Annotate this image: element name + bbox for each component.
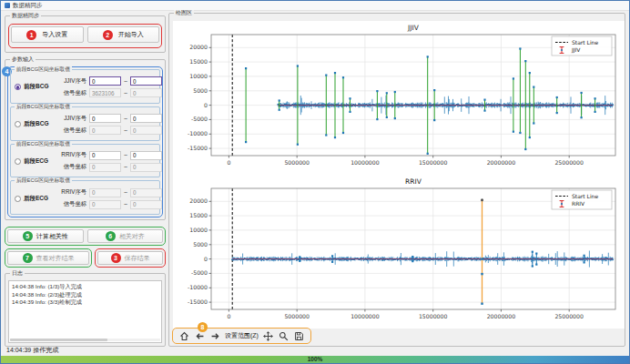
svg-text:5000: 5000: [193, 87, 208, 94]
rear-ecg-section: 后段ECG区间坐标取值 后段ECG RRIV序号 ~: [10, 180, 160, 215]
log-entry: 14:04:38 Info: (2/3)处理完成: [9, 291, 161, 299]
home-icon[interactable]: [178, 330, 189, 341]
sync-group-title: 数据精同步: [10, 13, 41, 19]
log-entry: 14:04:38 Info: (1/3)导入完成: [9, 283, 161, 291]
rear-ecg-section-title: 后段ECG区间坐标取值: [15, 177, 72, 184]
jjiv-chart[interactable]: -15000-10000-500005000100001500020000050…: [173, 21, 625, 175]
rear-ecg-rriv-end-input[interactable]: [130, 188, 162, 197]
front-ecg-rriv-start-input[interactable]: [89, 151, 121, 160]
rear-ecg-rriv-start-input[interactable]: [89, 188, 121, 197]
svg-text:0: 0: [204, 256, 208, 262]
svg-text:5000000: 5000000: [284, 159, 310, 166]
log-groupbox: 日志 14:04:38 Info: (1/3)导入完成 14:04:38 Inf…: [5, 273, 166, 347]
svg-text:Start Line: Start Line: [572, 193, 598, 199]
save-result-button[interactable]: 3 保存结果: [97, 251, 163, 265]
svg-text:RRIV: RRIV: [572, 200, 585, 207]
rear-bcg-section-title: 后段BCG区间坐标取值: [15, 104, 72, 110]
save-result-label: 保存结果: [125, 254, 150, 263]
svg-text:10000000: 10000000: [351, 159, 380, 166]
front-bcg-radio[interactable]: 前段BCG: [15, 83, 55, 91]
tilde-separator: ~: [124, 78, 127, 85]
log-textarea[interactable]: 14:04:38 Info: (1/3)导入完成 14:04:38 Info: …: [8, 280, 162, 343]
front-ecg-signal-start-input[interactable]: [89, 163, 121, 172]
rriv-chart[interactable]: -15000-10000-500005000100001500020000050…: [173, 175, 625, 329]
pan-icon[interactable]: [263, 330, 274, 341]
jjiv-index-label: JJIV序号: [57, 115, 86, 123]
import-settings-button[interactable]: 1 导入设置: [11, 26, 84, 43]
front-ecg-rriv-end-input[interactable]: [130, 151, 162, 160]
rear-bcg-signal-end-input[interactable]: [130, 126, 162, 135]
rear-bcg-signal-start-input[interactable]: [89, 126, 121, 135]
step-6-badge: 6: [106, 231, 116, 241]
svg-text:-10000: -10000: [188, 284, 208, 290]
rear-ecg-signal-end-input[interactable]: [130, 200, 162, 209]
radio-dot-icon[interactable]: [15, 158, 21, 165]
zoom-icon[interactable]: [279, 330, 290, 341]
start-import-button[interactable]: 2 开始导入: [87, 26, 160, 43]
tilde-separator: ~: [124, 127, 127, 134]
correlation-align-button[interactable]: 6 相关对齐: [87, 229, 164, 243]
save-annotation-box: 3 保存结果: [95, 248, 166, 268]
rriv-index-label: RRIV序号: [57, 151, 86, 159]
step-7-badge: 7: [23, 253, 33, 263]
front-ecg-signal-end-input[interactable]: [130, 163, 162, 172]
params-groupbox: 参数输入 4 前段BCG区间坐标取值 前段BCG JJIV序号: [5, 59, 166, 220]
svg-text:15000000: 15000000: [419, 313, 448, 319]
svg-text:10000000: 10000000: [351, 313, 380, 319]
svg-text:15000: 15000: [189, 212, 208, 218]
rear-bcg-jjiv-start-input[interactable]: [89, 114, 121, 123]
svg-text:0: 0: [204, 102, 208, 108]
front-bcg-jjiv-end-input[interactable]: [130, 76, 162, 86]
front-ecg-section-title: 前段ECG区间坐标取值: [15, 141, 72, 147]
front-ecg-radio[interactable]: 前段ECG: [15, 157, 55, 166]
svg-text:0: 0: [227, 313, 230, 319]
title-bar: 数据精同步: [1, 1, 629, 11]
svg-text:-15000: -15000: [188, 298, 208, 305]
figure-canvas[interactable]: -15000-10000-500005000100001500020000050…: [173, 21, 621, 324]
front-ecg-section: 前段ECG区间坐标取值 前段ECG RRIV序号 ~: [10, 144, 160, 178]
params-annotation-box: 4 前段BCG区间坐标取值 前段BCG JJIV序号 ~: [7, 66, 163, 217]
tilde-separator: ~: [124, 90, 127, 96]
status-text: 14:04:39 操作完成: [6, 346, 58, 355]
tilde-separator: ~: [124, 152, 127, 158]
svg-text:5000: 5000: [193, 241, 208, 248]
signal-coord-label: 信号坐标: [57, 126, 86, 135]
start-import-label: 开始导入: [118, 30, 144, 39]
radio-dot-icon[interactable]: [15, 196, 21, 202]
log-horizontal-scrollbar[interactable]: [10, 339, 160, 341]
front-bcg-signal-start-input[interactable]: [89, 88, 121, 97]
svg-text:10000: 10000: [189, 227, 208, 233]
tilde-separator: ~: [124, 201, 127, 207]
plot-area-title: 绘图区: [174, 10, 194, 16]
calc-correlation-button[interactable]: 5 计算相关性: [7, 229, 84, 243]
signal-coord-label: 信号坐标: [57, 163, 86, 171]
params-group-title: 参数输入: [10, 56, 36, 63]
svg-text:20000: 20000: [189, 44, 208, 50]
front-bcg-jjiv-start-input[interactable]: [89, 76, 121, 86]
log-entry: 14:04:39 Info: (3/3)绘制完成: [9, 298, 161, 307]
tilde-separator: ~: [124, 164, 127, 170]
set-range-button[interactable]: 设置范围(Z): [225, 331, 259, 340]
svg-text:JJIV: JJIV: [407, 24, 420, 32]
step-2-badge: 2: [103, 30, 113, 40]
front-bcg-section: 前段BCG区间坐标取值 前段BCG JJIV序号 ~: [10, 69, 160, 104]
radio-dot-icon[interactable]: [15, 121, 21, 127]
radio-dot-icon[interactable]: [15, 84, 21, 90]
sync-groupbox: 数据精同步 1 导入设置 2 开始导入: [5, 15, 166, 53]
step-5-badge: 5: [23, 231, 33, 241]
rear-ecg-radio[interactable]: 后段ECG: [15, 195, 55, 203]
rear-bcg-section: 后段BCG区间坐标取值 后段BCG JJIV序号 ~: [10, 106, 160, 141]
correlation-annotation-box: 5 计算相关性 6 相关对齐: [5, 227, 166, 246]
step-1-badge: 1: [26, 30, 36, 40]
front-bcg-signal-end-input[interactable]: [130, 88, 162, 97]
tilde-separator: ~: [124, 189, 127, 196]
tilde-separator: ~: [124, 116, 127, 122]
calc-correlation-label: 计算相关性: [36, 232, 68, 241]
rear-bcg-jjiv-end-input[interactable]: [130, 114, 162, 123]
forward-arrow-icon[interactable]: [209, 330, 220, 341]
rear-ecg-signal-start-input[interactable]: [89, 200, 121, 209]
svg-text:JJIV: JJIV: [571, 46, 581, 54]
save-figure-icon[interactable]: [294, 330, 305, 341]
view-align-result-button[interactable]: 7 查看对齐结果: [7, 251, 89, 265]
rear-bcg-radio[interactable]: 后段BCG: [15, 120, 55, 128]
